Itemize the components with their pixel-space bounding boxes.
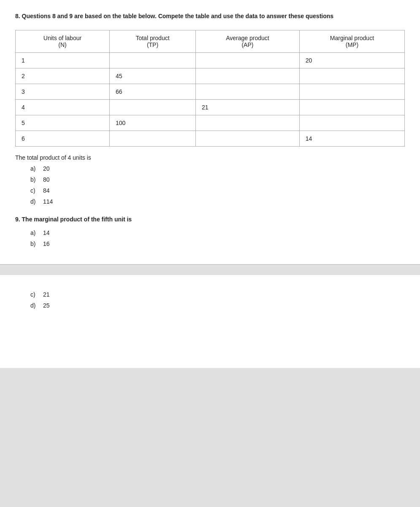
option-value: 114	[43, 198, 53, 205]
option-value: 14	[43, 229, 50, 236]
option-label: c)	[30, 291, 38, 298]
cell-ap-2	[196, 68, 300, 84]
option-label: c)	[30, 187, 38, 194]
list-item: b)16	[30, 240, 405, 247]
list-item: b)80	[30, 176, 405, 183]
table-row: 120	[16, 53, 405, 68]
cell-tp-6	[109, 131, 195, 147]
option-value: 84	[43, 187, 50, 194]
option-value: 25	[43, 302, 50, 309]
q9-options-top-list: a)14b)16	[30, 229, 405, 247]
cell-mp-3	[299, 84, 404, 100]
cell-ap-5	[196, 115, 300, 131]
section-divider	[0, 265, 420, 270]
list-item: a)20	[30, 165, 405, 172]
cell-mp-2	[299, 68, 404, 84]
cell-tp-4	[109, 100, 195, 115]
cell-n-1: 1	[16, 53, 110, 68]
table-row: 245	[16, 68, 405, 84]
cell-n-2: 2	[16, 68, 110, 84]
list-item: d)114	[30, 198, 405, 205]
q8-answer-text: The total product of 4 units is	[15, 154, 405, 161]
cell-tp-1	[109, 53, 195, 68]
cell-n-4: 4	[16, 100, 110, 115]
option-value: 20	[43, 165, 50, 172]
option-label: d)	[30, 198, 38, 205]
col-header-ap: Average product (AP)	[196, 30, 300, 53]
cell-mp-1: 20	[299, 53, 404, 68]
cell-mp-5	[299, 115, 404, 131]
option-value: 16	[43, 240, 50, 247]
option-label: b)	[30, 240, 38, 247]
col-header-tp: Total product (TP)	[109, 30, 195, 53]
cell-tp-3: 66	[109, 84, 195, 100]
option-value: 21	[43, 291, 50, 298]
option-label: a)	[30, 165, 38, 172]
cell-n-6: 6	[16, 131, 110, 147]
labour-table: Units of labour (N) Total product (TP) A…	[15, 30, 405, 147]
question-9-header: 9. The marginal product of the fifth uni…	[15, 216, 405, 223]
list-item: d)25	[30, 302, 405, 309]
list-item: a)14	[30, 229, 405, 236]
cell-ap-4: 21	[196, 100, 300, 115]
cell-ap-6	[196, 131, 300, 147]
option-label: a)	[30, 229, 38, 236]
list-item: c)84	[30, 187, 405, 194]
table-row: 421	[16, 100, 405, 115]
list-item: c)21	[30, 291, 405, 298]
option-label: d)	[30, 302, 38, 309]
cell-tp-2: 45	[109, 68, 195, 84]
cell-mp-6: 14	[299, 131, 404, 147]
table-row: 5100	[16, 115, 405, 131]
cell-n-5: 5	[16, 115, 110, 131]
cell-tp-5: 100	[109, 115, 195, 131]
option-label: b)	[30, 176, 38, 183]
q9-options-bottom-list: c)21d)25	[30, 291, 405, 309]
table-row: 614	[16, 131, 405, 147]
cell-ap-3	[196, 84, 300, 100]
col-header-mp: Marginal product (MP)	[299, 30, 404, 53]
cell-ap-1	[196, 53, 300, 68]
option-value: 80	[43, 176, 50, 183]
table-row: 366	[16, 84, 405, 100]
question-8-header: 8. Questions 8 and 9 are based on the ta…	[15, 12, 405, 21]
q8-options-list: a)20b)80c)84d)114	[30, 165, 405, 205]
cell-n-3: 3	[16, 84, 110, 100]
col-header-labour: Units of labour (N)	[16, 30, 110, 53]
cell-mp-4	[299, 100, 404, 115]
